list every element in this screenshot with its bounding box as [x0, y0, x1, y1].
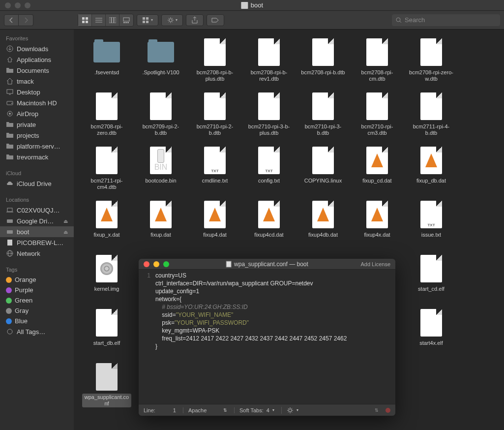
file-item[interactable]: start4x.elf	[404, 306, 458, 360]
status-syntax[interactable]: Apache ⇅	[183, 407, 227, 413]
search-input[interactable]: Search	[392, 14, 500, 26]
file-item[interactable]: fixup4db.dat	[296, 198, 350, 252]
file-name: issue.txt	[420, 231, 443, 239]
file-item[interactable]: .Spotlight-V100	[134, 35, 188, 90]
sidebar-item[interactable]: platform-serv…	[0, 141, 74, 152]
file-item[interactable]: fixup4x.dat	[350, 198, 404, 252]
file-name: bcm2708-rpi-zero.dtb	[82, 123, 131, 137]
editor-close-button[interactable]	[144, 261, 149, 267]
file-item[interactable]: bcm2708-rpi-zero.dtb	[80, 90, 134, 144]
tag-dot-icon	[6, 318, 12, 324]
sidebar-item[interactable]: C02XV0UQJ…	[0, 205, 74, 215]
gear-icon	[287, 407, 294, 414]
code-area[interactable]: country=USctrl_interface=DIR=/var/run/wp…	[153, 270, 395, 404]
sidebar-tag[interactable]: Orange	[0, 275, 74, 285]
share-button[interactable]	[186, 14, 204, 26]
sidebar-item[interactable]: Google Dri…⏏	[0, 215, 74, 226]
sidebar-item[interactable]: boot⏏	[0, 226, 74, 237]
add-license-link[interactable]: Add License	[360, 261, 390, 267]
file-item[interactable]: bcm2708-rpi-b-rev1.dtb	[242, 35, 296, 90]
line-gutter: 1	[139, 270, 153, 404]
file-item[interactable]: COPYING.linux	[296, 144, 350, 198]
editor-minimize-button[interactable]	[153, 261, 159, 267]
file-name: fixup_db.dat	[415, 177, 447, 184]
sidebar-item[interactable]: Documents	[0, 65, 74, 76]
editor-zoom-button[interactable]	[163, 261, 169, 267]
laptop-icon	[6, 206, 14, 214]
file-item[interactable]: bcm2709-rpi-2-b.dtb	[134, 90, 188, 144]
list-view-button[interactable]	[92, 14, 106, 26]
sidebar-label: Google Dri…	[17, 217, 54, 225]
file-name: bcm2708-rpi-b.dtb	[299, 69, 346, 76]
file-item[interactable]: bcm2711-rpi-cm4.dtb	[80, 144, 134, 198]
sidebar-all-tags[interactable]: All Tags…	[0, 326, 74, 337]
status-tabs[interactable]: Soft Tabs: 4 ▾	[234, 407, 274, 413]
file-item[interactable]: bcm2708-rpi-b.dtb	[296, 35, 350, 90]
file-item[interactable]: bcm2710-rpi-cm3.dtb	[350, 90, 404, 144]
sidebar-item[interactable]: tmack	[0, 76, 74, 87]
svg-rect-28	[7, 208, 12, 212]
file-item[interactable]: .fseventsd	[80, 35, 134, 90]
sidebar-item[interactable]: Applications	[0, 54, 74, 65]
eject-icon[interactable]: ⏏	[63, 218, 68, 224]
file-item[interactable]: TXTconfig.txt	[242, 144, 296, 198]
sidebar-tag[interactable]: Green	[0, 295, 74, 306]
gallery-view-button[interactable]	[119, 14, 133, 26]
file-item[interactable]: fixup4cd.dat	[242, 198, 296, 252]
eject-icon[interactable]: ⏏	[63, 229, 68, 235]
sidebar-item[interactable]: trevormack	[0, 152, 74, 162]
file-item[interactable]: wpa_supplicant.conf	[80, 360, 134, 414]
sidebar-item[interactable]: Macintosh HD	[0, 97, 74, 108]
updown-icon[interactable]: ⇅	[375, 408, 379, 413]
zoom-button[interactable]	[25, 2, 30, 8]
sidebar-item[interactable]: projects	[0, 130, 74, 141]
file-item[interactable]: fixup_db.dat	[404, 144, 458, 198]
file-item[interactable]: start_cd.elf	[404, 252, 458, 306]
file-item[interactable]: fixup.dat	[134, 198, 188, 252]
chevron-down-icon: ▾	[272, 408, 274, 412]
file-item[interactable]: fixup_cd.dat	[350, 144, 404, 198]
file-item[interactable]: kernel.img	[80, 252, 134, 306]
drive-icon	[6, 217, 14, 225]
file-item[interactable]: bcm2708-rpi-b-plus.dtb	[188, 35, 242, 90]
sidebar-item[interactable]: PICOBREW-L…	[0, 237, 74, 248]
file-item[interactable]: TXTcmdline.txt	[188, 144, 242, 198]
status-settings[interactable]: ▾	[281, 407, 298, 414]
sidebar-item[interactable]: Downloads	[0, 43, 74, 54]
group-by-button[interactable]: ▾	[137, 14, 158, 26]
sidebar-item[interactable]: Desktop	[0, 87, 74, 97]
tags-button[interactable]	[207, 14, 224, 26]
file-item[interactable]: TXTissue.txt	[404, 198, 458, 252]
file-item[interactable]: start_db.elf	[80, 306, 134, 360]
action-button[interactable]: ▾	[161, 14, 183, 26]
file-icon	[416, 308, 446, 338]
drive-icon	[6, 228, 14, 236]
forward-button[interactable]	[19, 14, 33, 26]
sidebar-tag[interactable]: Purple	[0, 285, 74, 295]
sidebar-item[interactable]: AirDrop	[0, 108, 74, 119]
file-item[interactable]: fixup_x.dat	[80, 198, 134, 252]
back-button[interactable]	[4, 14, 19, 26]
txt-icon: TXT	[416, 200, 446, 229]
editor-title-text: wpa_supplicant.conf — boot	[234, 261, 308, 268]
close-button[interactable]	[5, 2, 11, 8]
column-view-button[interactable]	[106, 14, 119, 26]
icon-view-button[interactable]	[78, 14, 92, 26]
file-item[interactable]: bcm2710-rpi-2-b.dtb	[188, 90, 242, 144]
sidebar-tag[interactable]: Blue	[0, 316, 74, 326]
sidebar-item[interactable]: Network	[0, 248, 74, 259]
file-item[interactable]: bcm2708-rpi-zero-w.dtb	[404, 35, 458, 90]
minimize-button[interactable]	[15, 2, 21, 8]
file-icon	[92, 92, 121, 121]
file-item[interactable]: BINbootcode.bin	[134, 144, 188, 198]
file-item[interactable]: bcm2710-rpi-3-b-plus.dtb	[242, 90, 296, 144]
sidebar-tag[interactable]: Gray	[0, 306, 74, 316]
file-item[interactable]: fixup4.dat	[188, 198, 242, 252]
status-line[interactable]: Line: 1	[144, 407, 176, 413]
sidebar-item[interactable]: iCloud Drive	[0, 178, 74, 189]
file-item[interactable]: bcm2708-rpi-cm.dtb	[350, 35, 404, 90]
file-item[interactable]: bcm2711-rpi-4-b.dtb	[404, 90, 458, 144]
sidebar-item[interactable]: private	[0, 119, 74, 130]
file-item[interactable]: bcm2710-rpi-3-b.dtb	[296, 90, 350, 144]
all-tags-icon	[6, 328, 14, 336]
